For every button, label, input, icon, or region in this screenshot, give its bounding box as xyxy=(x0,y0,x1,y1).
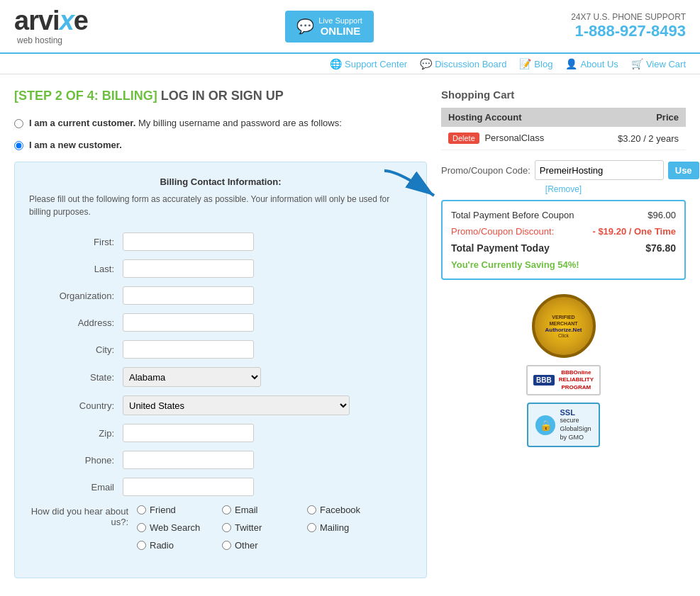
phone-input[interactable] xyxy=(123,451,254,469)
hear-radio-radio[interactable] xyxy=(137,541,146,550)
logo: arvixe web hosting xyxy=(14,7,88,45)
current-customer-label: I am a current customer. My billing user… xyxy=(29,118,342,128)
hear-mailing-radio[interactable] xyxy=(307,523,316,532)
email-input[interactable] xyxy=(123,478,254,496)
billing-title: Billing Contact Information: xyxy=(29,176,412,187)
discount-row: Promo/Coupon Discount: - $19.20 / One Ti… xyxy=(451,226,676,237)
hear-facebook: Facebook xyxy=(307,505,378,515)
hear-friend-radio[interactable] xyxy=(137,505,146,515)
ssl-label: SSL xyxy=(560,408,591,417)
promo-label: Promo/Coupon Code: xyxy=(441,165,530,176)
logo-arvi: arvi xyxy=(14,6,60,35)
current-customer-radio[interactable] xyxy=(14,119,23,128)
cart-item-row: Delete PersonalClass $3.20 / 2 years xyxy=(441,127,686,150)
last-name-row: Last: xyxy=(29,259,412,278)
nav-about-us[interactable]: 👤 About Us xyxy=(565,58,618,69)
auth-name: Authorize.Net xyxy=(545,327,582,333)
org-row: Organization: xyxy=(29,286,412,305)
total-today-row: Total Payment Today $76.80 xyxy=(451,242,676,254)
totals-box: Total Payment Before Coupon $96.00 Promo… xyxy=(441,200,686,280)
cart-item-price: $3.20 / 2 years xyxy=(587,127,686,150)
remove-link[interactable]: [Remove] xyxy=(441,184,686,194)
state-label: State: xyxy=(29,372,114,383)
nav-support-center[interactable]: 🌐 Support Center xyxy=(330,58,407,69)
country-label: Country: xyxy=(29,400,114,411)
last-label: Last: xyxy=(29,264,114,274)
saving-text: You're Currently Saving 54%! xyxy=(451,259,676,270)
hear-row-2: Web Search Twitter Mailing xyxy=(137,522,378,533)
billing-desc: Please fill out the following form as ac… xyxy=(29,193,412,218)
promo-area: Promo/Coupon Code: Use xyxy=(441,160,686,180)
hear-websearch-radio[interactable] xyxy=(137,523,146,532)
hear-friend: Friend xyxy=(137,505,208,515)
hear-websearch: Web Search xyxy=(137,522,208,533)
email-row: Email xyxy=(29,478,412,496)
bbb-text: BBBOnlineRELIABILITYPROGRAM xyxy=(559,369,594,391)
person-icon: 👤 xyxy=(565,58,577,69)
step-label: [STEP 2 OF 4: BILLING] xyxy=(14,89,157,103)
last-name-input[interactable] xyxy=(123,259,254,278)
phone-area: 24X7 U.S. PHONE SUPPORT 1-888-927-8493 xyxy=(571,12,686,40)
radio-section: I am a current customer. My billing user… xyxy=(14,118,427,150)
zip-label: Zip: xyxy=(29,428,114,439)
ssl-text: SSL secureGlobalSignby GMO xyxy=(560,408,591,442)
nav-discussion-board[interactable]: 💬 Discussion Board xyxy=(420,58,506,69)
hear-mailing: Mailing xyxy=(307,522,378,533)
support-icon: 🌐 xyxy=(330,58,342,69)
trust-badges: VERIFIEDMERCHANT Authorize.Net Click BBB… xyxy=(441,294,686,447)
total-today-label: Total Payment Today xyxy=(451,242,550,254)
hear-row-3: Radio Other xyxy=(137,540,378,551)
billing-section: Billing Contact Information: Please fill… xyxy=(14,162,427,578)
address-row: Address: xyxy=(29,313,412,332)
total-today-value: $76.80 xyxy=(645,242,676,254)
blue-arrow xyxy=(377,167,448,206)
live-label: Live Support xyxy=(318,16,362,25)
city-label: City: xyxy=(29,344,114,355)
logo-x: x xyxy=(60,6,74,35)
right-panel: Shopping Cart Hosting Account Price Dele… xyxy=(441,89,686,578)
online-status: ONLINE xyxy=(318,25,362,37)
cart-table: Hosting Account Price Delete PersonalCla… xyxy=(441,108,686,150)
hear-other-radio[interactable] xyxy=(222,541,231,550)
logo-e: e xyxy=(74,6,88,35)
auth-click: Click xyxy=(558,333,569,338)
zip-input[interactable] xyxy=(123,424,254,442)
new-customer-radio[interactable] xyxy=(14,141,23,150)
first-name-input[interactable] xyxy=(123,232,254,251)
use-button[interactable]: Use xyxy=(668,162,699,179)
step-action: LOG IN OR SIGN UP xyxy=(161,89,284,103)
first-name-row: First: xyxy=(29,232,412,251)
phone-row: Phone: xyxy=(29,451,412,469)
first-label: First: xyxy=(29,237,114,247)
address-input[interactable] xyxy=(123,313,254,332)
left-panel: [STEP 2 OF 4: BILLING] LOG IN OR SIGN UP… xyxy=(14,89,427,578)
total-before-value: $96.00 xyxy=(648,210,676,220)
hear-twitter-radio[interactable] xyxy=(222,523,231,532)
country-select[interactable]: United States Canada United Kingdom xyxy=(123,395,350,415)
hear-row-1: Friend Email Facebook xyxy=(137,505,378,515)
hear-email-radio[interactable] xyxy=(222,505,231,515)
total-before-label: Total Payment Before Coupon xyxy=(451,210,574,220)
delete-button[interactable]: Delete xyxy=(448,133,479,144)
hear-options: Friend Email Facebook xyxy=(137,505,378,555)
bbb-badge: BBB BBBOnlineRELIABILITYPROGRAM xyxy=(526,365,601,395)
hear-other: Other xyxy=(222,540,293,551)
phone-label: Phone: xyxy=(29,455,114,466)
live-support-button[interactable]: 💬 Live Support ONLINE xyxy=(285,11,374,43)
state-row: State: Alabama Alaska Arizona xyxy=(29,367,412,387)
header-bar: arvixe web hosting 💬 Live Support ONLINE… xyxy=(0,0,700,54)
new-customer-option: I am a new customer. xyxy=(14,140,427,150)
cart-item-name: Delete PersonalClass xyxy=(441,127,587,150)
hear-facebook-radio[interactable] xyxy=(307,505,316,515)
nav-blog[interactable]: 📝 Blog xyxy=(519,58,552,69)
cart-icon: 🛒 xyxy=(631,58,643,69)
hear-twitter: Twitter xyxy=(222,522,293,533)
state-select[interactable]: Alabama Alaska Arizona xyxy=(123,367,261,387)
phone-label: 24X7 U.S. PHONE SUPPORT xyxy=(571,12,686,22)
nav-bar: 🌐 Support Center 💬 Discussion Board 📝 Bl… xyxy=(0,54,700,74)
main-content: [STEP 2 OF 4: BILLING] LOG IN OR SIGN UP… xyxy=(0,74,700,592)
org-input[interactable] xyxy=(123,286,254,305)
promo-input[interactable] xyxy=(535,160,664,180)
nav-view-cart[interactable]: 🛒 View Cart xyxy=(631,58,686,69)
city-input[interactable] xyxy=(123,340,254,359)
